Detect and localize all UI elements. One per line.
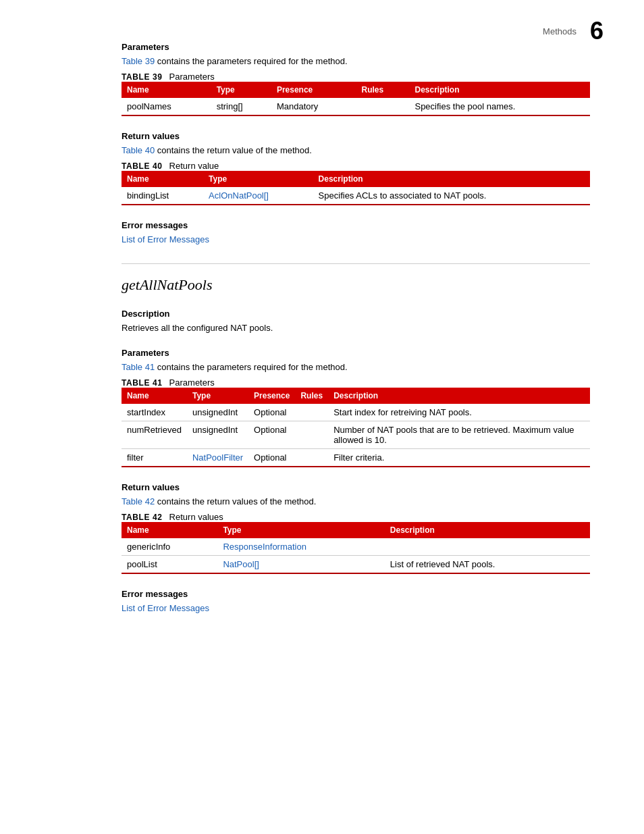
- cell-name: bindingList: [122, 187, 203, 205]
- table-41: Name Type Presence Rules Description sta…: [122, 388, 590, 467]
- col-rules: Rules: [356, 82, 409, 98]
- error-link-1-container: List of Error Messages: [122, 234, 590, 244]
- table39-link[interactable]: Table 39: [122, 56, 155, 66]
- table39-title: Parameters: [169, 72, 215, 82]
- table-39: Name Type Presence Rules Description poo…: [122, 82, 590, 116]
- return-heading-2: Return values: [122, 482, 590, 492]
- cell-description: Filter criteria.: [328, 449, 590, 467]
- table41-header-row: Name Type Presence Rules Description: [122, 388, 590, 404]
- cell-description: Number of NAT pools that are to be retri…: [328, 421, 590, 449]
- cell-presence: Mandatory: [271, 98, 356, 115]
- parameters-heading-1: Parameters: [122, 42, 590, 52]
- table40-label-row: TABLE 40 Return value: [122, 161, 590, 171]
- cell-description: Specifies ACLs to associated to NAT pool…: [313, 187, 590, 205]
- cell-description: Start index for retreiving NAT pools.: [328, 404, 590, 421]
- natpoolfilter-link[interactable]: NatPoolFilter: [192, 452, 243, 463]
- col-type: Type: [217, 522, 384, 538]
- method2-title: getAllNatPools: [122, 263, 590, 294]
- cell-name: genericInfo: [122, 538, 217, 556]
- table39-label-row: TABLE 39 Parameters: [122, 72, 590, 82]
- cell-description: Specifies the pool names.: [409, 98, 590, 115]
- table40-label: TABLE 40: [122, 161, 163, 171]
- cell-presence: Optional: [248, 404, 295, 421]
- table40-intro: Table 40 contains the return value of th…: [122, 145, 590, 155]
- cell-name: filter: [122, 449, 187, 467]
- table40-link[interactable]: Table 40: [122, 145, 155, 155]
- cell-description: [385, 538, 590, 556]
- section-label: Methods: [543, 26, 576, 36]
- return-heading-1: Return values: [122, 131, 590, 141]
- col-name: Name: [122, 522, 217, 538]
- table42-label: TABLE 42: [122, 513, 163, 522]
- table-40: Name Type Description bindingList AclOnN…: [122, 171, 590, 205]
- cell-type: NatPoolFilter: [187, 449, 248, 467]
- table39-label: TABLE 39: [122, 72, 163, 82]
- cell-rules: [295, 404, 328, 421]
- cell-name: poolList: [122, 556, 217, 574]
- col-presence: Presence: [248, 388, 295, 404]
- col-description: Description: [328, 388, 590, 404]
- description-heading-2: Description: [122, 309, 590, 319]
- table39-header-row: Name Type Presence Rules Description: [122, 82, 590, 98]
- cell-type: NatPool[]: [217, 556, 384, 574]
- table42-title: Return values: [169, 512, 223, 522]
- col-type: Type: [187, 388, 248, 404]
- table42-label-row: TABLE 42 Return values: [122, 512, 590, 522]
- table-row: numRetrieved unsignedInt Optional Number…: [122, 421, 590, 449]
- col-rules: Rules: [295, 388, 328, 404]
- col-presence: Presence: [271, 82, 356, 98]
- table41-link[interactable]: Table 41: [122, 362, 155, 372]
- parameters-heading-2: Parameters: [122, 348, 590, 358]
- table41-title: Parameters: [169, 377, 215, 388]
- error-link-2-container: List of Error Messages: [122, 603, 590, 613]
- table-row: poolList NatPool[] List of retrieved NAT…: [122, 556, 590, 574]
- cell-type: unsignedInt: [187, 404, 248, 421]
- cell-type: unsignedInt: [187, 421, 248, 449]
- error-heading-2: Error messages: [122, 589, 590, 599]
- cell-name: numRetrieved: [122, 421, 187, 449]
- col-description: Description: [409, 82, 590, 98]
- table-row: genericInfo ResponseInformation: [122, 538, 590, 556]
- table39-intro-text: contains the parameters required for the…: [155, 56, 347, 66]
- responseinformation-link[interactable]: ResponseInformation: [223, 542, 306, 552]
- table42-intro-text: contains the return values of the method…: [155, 496, 316, 506]
- cell-type: AclOnNatPool[]: [203, 187, 313, 205]
- cell-presence: Optional: [248, 449, 295, 467]
- col-name: Name: [122, 82, 211, 98]
- page-header: Methods 6: [543, 19, 603, 43]
- table40-header-row: Name Type Description: [122, 171, 590, 187]
- cell-description: List of retrieved NAT pools.: [385, 556, 590, 574]
- description-text-2: Retrieves all the configured NAT pools.: [122, 323, 590, 333]
- cell-rules: [295, 449, 328, 467]
- error-heading-1: Error messages: [122, 220, 590, 230]
- table-row: startIndex unsignedInt Optional Start in…: [122, 404, 590, 421]
- table39-intro: Table 39 contains the parameters require…: [122, 56, 590, 66]
- cell-type: string[]: [211, 98, 271, 115]
- col-type: Type: [203, 171, 313, 187]
- page: Methods 6 Parameters Table 39 contains t…: [0, 0, 644, 834]
- col-name: Name: [122, 171, 203, 187]
- cell-name: startIndex: [122, 404, 187, 421]
- col-description: Description: [313, 171, 590, 187]
- table-row: filter NatPoolFilter Optional Filter cri…: [122, 449, 590, 467]
- table41-label-row: TABLE 41 Parameters: [122, 377, 590, 388]
- col-description: Description: [385, 522, 590, 538]
- chapter-number: 6: [590, 19, 603, 43]
- error-link-1[interactable]: List of Error Messages: [122, 234, 209, 244]
- cell-name: poolNames: [122, 98, 211, 115]
- cell-rules: [295, 421, 328, 449]
- table-row: poolNames string[] Mandatory Specifies t…: [122, 98, 590, 115]
- table41-label: TABLE 41: [122, 378, 163, 388]
- table42-link[interactable]: Table 42: [122, 496, 155, 506]
- table41-intro: Table 41 contains the parameters require…: [122, 362, 590, 372]
- natpool-link[interactable]: NatPool[]: [223, 559, 259, 569]
- aclonnatpool-link[interactable]: AclOnNatPool[]: [209, 190, 269, 201]
- cell-type: ResponseInformation: [217, 538, 384, 556]
- table42-header-row: Name Type Description: [122, 522, 590, 538]
- table40-title: Return value: [169, 161, 219, 171]
- cell-rules: [356, 98, 409, 115]
- table40-intro-text: contains the return value of the method.: [155, 145, 312, 155]
- error-link-2[interactable]: List of Error Messages: [122, 603, 209, 613]
- col-name: Name: [122, 388, 187, 404]
- table-42: Name Type Description genericInfo Respon…: [122, 522, 590, 574]
